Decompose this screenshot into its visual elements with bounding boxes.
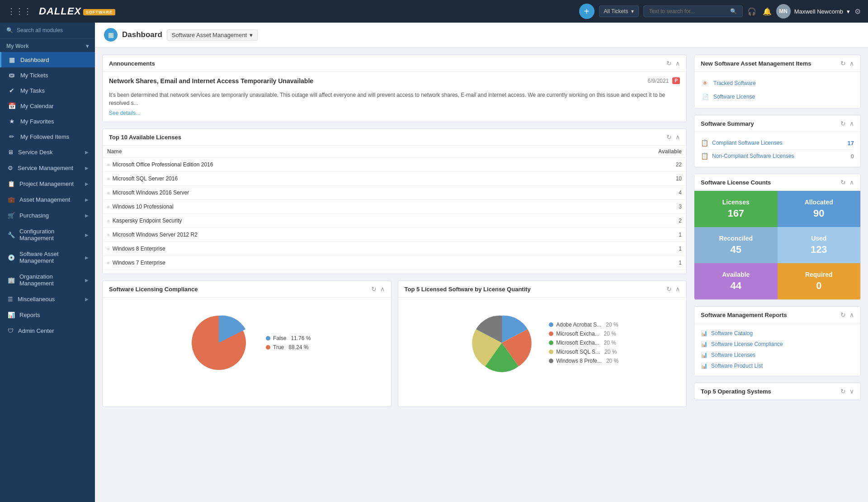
sidebar-item-label: My Followed Items [20,133,89,140]
sidebar-item-my-favorites[interactable]: ★ My Favorites [0,114,95,129]
logo-badge: SOFTWARE [83,9,115,15]
sidebar-item-my-calendar[interactable]: 📅 My Calendar [0,98,95,114]
refresh-icon[interactable]: ↻ [371,285,377,293]
refresh-icon[interactable]: ↻ [840,120,846,127]
legend-dot [549,322,553,327]
admin-icon: 🛡 [8,327,14,334]
license-compliance-link[interactable]: 📊 Software License Compliance [701,339,854,350]
chevron-right-icon: ▶ [85,232,89,237]
sidebar-item-software-asset[interactable]: 💿Software Asset Management ▶ [0,246,95,269]
sidebar-item-purchasing[interactable]: 🛒Purchasing ▶ [0,208,95,223]
module-selector[interactable]: Software Asset Management ▾ [167,29,258,41]
refresh-icon[interactable]: ↻ [666,285,672,293]
software-icon: 💿 [8,254,15,261]
search-icon: 🔍 [6,27,13,33]
license-count: 1 [557,256,686,270]
ticket-filter-dropdown[interactable]: All Tickets ▾ [599,5,639,17]
compliance-header: Software Licensing Compliance ↻ ∧ [103,281,391,298]
refresh-icon[interactable]: ↻ [840,179,846,186]
page-title: Dashboard [122,30,162,39]
sidebar-item-org-mgmt[interactable]: 🏢Organization Management ▶ [0,269,95,291]
collapse-icon[interactable]: ∧ [380,285,385,293]
announcement-body: It's been determined that network servic… [109,91,680,107]
mgmt-reports-header: Software Management Reports ↻ ∧ [694,307,860,323]
cat-label: Reports [19,312,40,318]
sidebar-item-reports[interactable]: 📊Reports [0,307,95,323]
sidebar-item-my-tasks[interactable]: ✔ My Tasks [0,83,95,98]
collapse-icon[interactable]: ∧ [849,311,854,318]
settings-icon[interactable]: ⚙ [854,7,861,16]
mgmt-reports-card: Software Management Reports ↻ ∧ 📊 Softwa… [694,306,861,376]
collapse-icon[interactable]: ∧ [849,179,854,186]
search-icon[interactable]: 🔍 [730,8,737,14]
software-summary-header: Software Summary ↻ ∧ [694,115,860,132]
legend-item: Microsoft Excha...20 % [549,331,618,337]
dashboard-breadcrumb-icon: ▦ [104,28,118,42]
followed-icon: ✏ [8,133,16,140]
add-button[interactable]: + [579,4,594,19]
collapse-icon[interactable]: ∧ [849,120,854,127]
noncompliant-link[interactable]: 📋 Non-Compliant Software Licenses [701,152,794,160]
module-label: Software Asset Management [172,32,247,38]
refresh-icon[interactable]: ↻ [666,133,672,141]
sidebar-item-project-mgmt[interactable]: 📋Project Management ▶ [0,176,95,192]
license-name: ≡Kaspersky Endpoint Security [103,214,557,228]
my-work-section[interactable]: My Work ▾ [0,38,95,52]
collapse-icon[interactable]: ∧ [675,60,680,67]
config-icon: 🔧 [8,232,15,238]
top-os-header: Top 5 Operating Systems ↻ ∨ [694,383,860,400]
sidebar-item-config-mgmt[interactable]: 🔧Configuration Management ▶ [0,223,95,246]
licenses-value: 167 [727,208,744,219]
license-name: ≡Microsoft Windows Server 2012 R2 [103,228,557,242]
sidebar-item-followed[interactable]: ✏ My Followed Items [0,129,95,144]
sidebar-item-miscellaneous[interactable]: ☰Miscellaneous ▶ [0,291,95,307]
software-catalog-link[interactable]: 📊 Software Catalog [701,328,854,339]
legend-dot [549,332,553,336]
sidebar-item-dashboard[interactable]: ▦ Dashboard [0,52,95,67]
refresh-icon[interactable]: ↻ [840,60,846,67]
compliant-link[interactable]: 📋 Compliant Software Licenses [701,139,782,147]
see-details-link[interactable]: See details... [109,110,140,116]
sidebar-item-service-desk[interactable]: 🖥Service Desk ▶ [0,144,95,160]
legend-pct: 20 % [606,322,618,328]
cat-label: Purchasing [19,212,49,219]
bell-icon[interactable]: 🔔 [763,7,772,16]
chevron-right-icon: ▶ [85,166,89,170]
sidebar-item-asset-mgmt[interactable]: 💼Asset Management ▶ [0,192,95,208]
headset-icon[interactable]: 🎧 [747,7,756,16]
search-modules[interactable]: 🔍 Search all modules [0,23,95,38]
user-menu[interactable]: MN Maxwell Newcomb ▾ [776,4,850,19]
cat-label: Admin Center [18,327,54,334]
collapse-icon[interactable]: ∧ [675,133,680,141]
card-controls: ↻ ∧ [840,179,854,186]
sidebar-item-admin[interactable]: 🛡Admin Center [0,323,95,339]
refresh-icon[interactable]: ↻ [840,311,846,318]
collapse-icon[interactable]: ∧ [675,285,680,293]
compliance-chart-body: False 11.76 % True 88.24 % [103,298,391,388]
refresh-icon[interactable]: ↻ [840,388,846,395]
main-layout: 🔍 Search all modules My Work ▾ ▦ Dashboa… [0,23,868,502]
license-name: ≡Microsoft SQL Server 2016 [103,172,557,186]
sidebar-item-my-tickets[interactable]: 🎟 My Tickets [0,67,95,83]
expand-icon[interactable]: ∨ [849,388,854,395]
compliant-label: Compliant Software Licenses [712,140,782,146]
search-input[interactable] [649,8,727,14]
sidebar-item-label: My Favorites [20,118,89,125]
product-list-link[interactable]: 📊 Software Product List [701,360,854,371]
tracked-software-link[interactable]: 👁 Tracked Software [701,76,854,90]
noncompliant-row: 📋 Non-Compliant Software Licenses 0 [701,150,854,162]
software-licenses-link[interactable]: 📊 Software Licenses [701,350,854,360]
top5-pie-chart [466,307,538,379]
global-search[interactable]: 🔍 [643,5,743,17]
grid-menu-icon[interactable]: ⋮⋮⋮ [7,6,32,16]
allocated-value: 90 [813,208,824,219]
card-controls: ↻ ∧ [840,120,854,127]
tasks-icon: ✔ [8,87,16,94]
available-label: Available [722,271,750,278]
catalog-icon: 📊 [701,330,708,336]
software-license-link[interactable]: 📄 Software License [701,90,854,104]
sidebar-item-service-mgmt[interactable]: ⚙Service Management ▶ [0,160,95,176]
refresh-icon[interactable]: ↻ [666,60,672,67]
legend-item: Adobe Acrobat S...20 % [549,322,618,328]
collapse-icon[interactable]: ∧ [849,60,854,67]
